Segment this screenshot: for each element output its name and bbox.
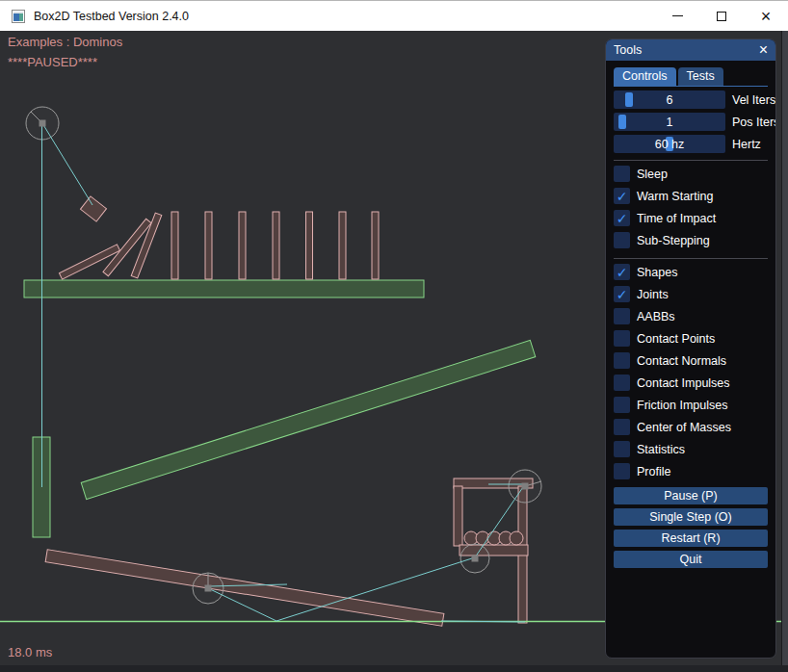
- checkbox-contact-normals[interactable]: [614, 352, 630, 369]
- checkbox-label: Contact Impulses: [637, 376, 730, 390]
- close-button[interactable]: ×: [744, 1, 788, 31]
- tab-bar: ControlsTests: [614, 65, 768, 87]
- checkbox-statistics[interactable]: [614, 441, 630, 457]
- standing-domino[interactable]: [372, 212, 379, 279]
- button-pause-p[interactable]: Pause (P): [614, 487, 768, 504]
- checkbox-time-of-impact[interactable]: ✓: [614, 210, 630, 226]
- joint-anchor: [205, 585, 212, 592]
- checkbox-label: Contact Normals: [637, 354, 726, 368]
- tools-panel-body: ControlsTests 6Vel Iters1Pos Iters60 hzH…: [606, 61, 775, 568]
- checkbox-row-profile[interactable]: Profile: [614, 460, 768, 482]
- checkbox-label: AABBs: [637, 310, 675, 323]
- circle-bodies[interactable]: [26, 107, 541, 604]
- checkbox-row-warm-starting[interactable]: ✓Warm Starting: [614, 185, 768, 207]
- seesaw-plank[interactable]: [45, 550, 444, 627]
- ball[interactable]: [510, 531, 523, 545]
- checkbox-row-sub-stepping[interactable]: Sub-Stepping: [614, 229, 768, 251]
- example-label: Examples : Dominos: [8, 35, 122, 49]
- checkbox-shapes[interactable]: ✓: [614, 264, 630, 280]
- simulation-canvas[interactable]: Examples : Dominos ****PAUSED**** 18.0 m…: [0, 31, 788, 672]
- standing-domino[interactable]: [306, 212, 313, 279]
- slider-value: 1: [614, 113, 725, 131]
- slider-hertz[interactable]: 60 hz: [614, 135, 725, 153]
- window-right-edge: [781, 31, 788, 672]
- pendulum-bob[interactable]: [80, 196, 106, 221]
- checkbox-sleep[interactable]: [614, 166, 630, 182]
- checkbox-label: Statistics: [637, 443, 685, 456]
- checkbox-row-time-of-impact[interactable]: ✓Time of Impact: [614, 207, 768, 229]
- checkbox-contact-points[interactable]: [614, 330, 630, 347]
- tab-controls[interactable]: Controls: [614, 67, 676, 86]
- standing-domino[interactable]: [205, 212, 212, 279]
- checkbox-sub-stepping[interactable]: [614, 232, 630, 248]
- checkbox-warm-starting[interactable]: ✓: [614, 188, 630, 204]
- slider-label: Hertz: [732, 138, 761, 151]
- checkbox-friction-impulses[interactable]: [614, 397, 630, 413]
- checkbox-row-contact-impulses[interactable]: Contact Impulses: [614, 372, 768, 394]
- separator: [614, 258, 768, 259]
- standing-domino[interactable]: [239, 212, 246, 279]
- checkbox-contact-impulses[interactable]: [614, 375, 630, 391]
- checkbox-label: Center of Masses: [637, 421, 731, 434]
- slider-label: Pos Iters: [732, 116, 776, 129]
- checkbox-label: Friction Impulses: [637, 399, 727, 412]
- slider-value: 60 hz: [614, 135, 725, 153]
- frame-left-leg[interactable]: [454, 486, 462, 546]
- app-icon-right-pane: [19, 13, 23, 21]
- checkbox-label: Warm Starting: [637, 190, 713, 203]
- frame-time-label: 18.0 ms: [8, 645, 52, 659]
- standing-domino[interactable]: [339, 212, 346, 279]
- checkbox-label: Time of Impact: [637, 212, 716, 225]
- window-controls: ×: [655, 1, 788, 31]
- checkbox-row-friction-impulses[interactable]: Friction Impulses: [614, 394, 768, 416]
- checkbox-aabbs[interactable]: [614, 308, 630, 324]
- checkbox-row-sleep[interactable]: Sleep: [614, 163, 768, 185]
- button-restart-r[interactable]: Restart (R): [614, 530, 768, 547]
- slider-row-pos-iters: 1Pos Iters: [614, 113, 768, 131]
- standing-domino[interactable]: [171, 212, 178, 279]
- checkbox-row-aabbs[interactable]: AABBs: [614, 305, 768, 327]
- dynamic-bodies[interactable]: [45, 196, 533, 626]
- tools-panel-title: Tools: [614, 43, 642, 57]
- checkbox-center-of-masses[interactable]: [614, 419, 630, 435]
- checkbox-row-contact-points[interactable]: Contact Points: [614, 327, 768, 349]
- standing-domino[interactable]: [273, 212, 279, 279]
- maximize-icon: [717, 12, 726, 21]
- checkbox-row-center-of-masses[interactable]: Center of Masses: [614, 416, 768, 438]
- tools-panel: Tools × ControlsTests 6Vel Iters1Pos Ite…: [605, 39, 776, 659]
- checkbox-row-shapes[interactable]: ✓Shapes: [614, 261, 768, 283]
- minimize-button[interactable]: [655, 1, 699, 31]
- slider-vel-iters[interactable]: 6: [614, 90, 725, 109]
- joint-line: [42, 123, 92, 205]
- domino-platform: [24, 280, 424, 297]
- window-bottom-edge: [0, 665, 788, 672]
- checkbox-label: Sleep: [637, 168, 668, 181]
- separator: [614, 160, 768, 161]
- close-icon: ×: [761, 12, 772, 21]
- joint-anchor: [39, 120, 46, 127]
- tools-panel-titlebar[interactable]: Tools ×: [606, 39, 775, 61]
- slider-row-vel-iters: 6Vel Iters: [614, 90, 768, 109]
- slider-label: Vel Iters: [732, 93, 775, 107]
- checkbox-label: Profile: [637, 465, 670, 478]
- checkbox-profile[interactable]: [614, 463, 630, 479]
- tab-tests[interactable]: Tests: [678, 67, 723, 86]
- checkbox-row-contact-normals[interactable]: Contact Normals: [614, 349, 768, 372]
- app-icon: [12, 10, 25, 23]
- button-quit[interactable]: Quit: [614, 551, 768, 568]
- tools-close-icon[interactable]: ×: [759, 44, 768, 56]
- joint-anchor: [522, 483, 529, 490]
- paused-label: ****PAUSED****: [8, 55, 97, 69]
- button-single-step-o[interactable]: Single Step (O): [614, 508, 768, 526]
- solver-checkbox-group: Sleep✓Warm Starting✓Time of ImpactSub-St…: [614, 163, 768, 251]
- checkbox-joints[interactable]: ✓: [614, 286, 630, 302]
- maximize-button[interactable]: [699, 1, 744, 31]
- ramp-plank: [81, 340, 536, 499]
- slider-pos-iters[interactable]: 1: [614, 113, 725, 131]
- joint-anchor: [472, 556, 479, 562]
- checkbox-row-joints[interactable]: ✓Joints: [614, 283, 768, 305]
- checkbox-row-statistics[interactable]: Statistics: [614, 438, 768, 460]
- minimize-icon: [672, 15, 683, 16]
- checkbox-label: Shapes: [637, 266, 677, 279]
- window-titlebar: Box2D Testbed Version 2.4.0 ×: [0, 0, 788, 31]
